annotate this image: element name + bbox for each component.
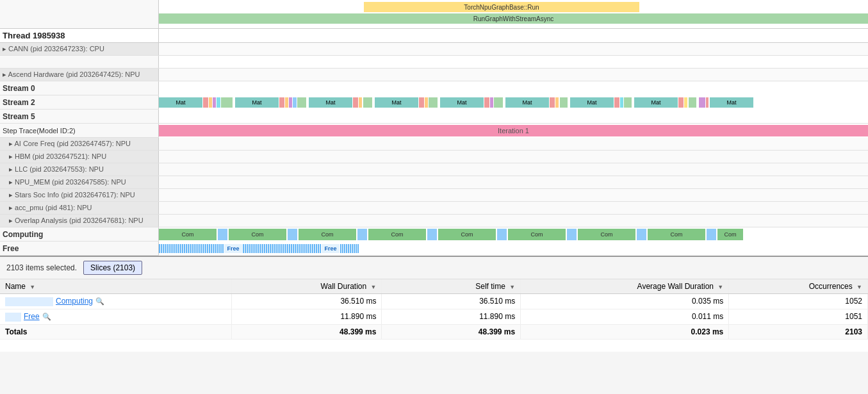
- accpmu-content: [159, 202, 868, 214]
- cann-label: ▸ CANN (pid 2032647233): CPU: [0, 43, 159, 55]
- aicore-row: ▸ AI Core Freq (pid 2032647457): NPU: [0, 138, 868, 151]
- slices-tab[interactable]: Slices (2103): [83, 261, 142, 275]
- row-avg-duration: 0.011 ms: [521, 309, 729, 324]
- row-self-time: 36.510 ms: [382, 294, 521, 309]
- bottom-panel: 2103 items selected. Slices (2103) Name …: [0, 256, 868, 352]
- totals-self: 48.399 ms: [382, 324, 521, 339]
- npumem-content: [159, 176, 868, 188]
- func-bar-rungraph: RunGraphWithStreamAsync: [159, 13, 868, 24]
- stream5-row: Stream 5: [0, 110, 868, 124]
- accpmu-row: ▸ acc_pmu (pid 481): NPU: [0, 202, 868, 215]
- row-name-link[interactable]: Computing: [56, 297, 93, 306]
- stream5-content: [159, 110, 868, 123]
- stream2-row: Stream 2 Mat Mat Mat Mat Mat: [0, 95, 868, 110]
- data-table-container: Name ▼ Wall Duration ▼ Self time ▼ Avera…: [0, 279, 868, 352]
- totals-avg: 0.023 ms: [521, 324, 729, 339]
- hbm-label: ▸ HBM (pid 2032647521): NPU: [0, 151, 159, 163]
- totals-row: Totals48.399 ms48.399 ms0.023 ms2103: [0, 324, 868, 339]
- ascend-content: [159, 69, 868, 81]
- stars-label: ▸ Stars Soc Info (pid 2032647617): NPU: [0, 189, 159, 201]
- col-self-header[interactable]: Self time ▼: [382, 279, 521, 294]
- hbm-content: [159, 151, 868, 163]
- table-row: Computing🔍36.510 ms36.510 ms0.035 ms1052: [0, 294, 868, 309]
- search-icon[interactable]: 🔍: [42, 313, 51, 320]
- col-avg-header[interactable]: Average Wall Duration ▼: [521, 279, 729, 294]
- computing-label: Computing: [0, 227, 159, 241]
- iteration-bar: Iteration 1: [159, 125, 868, 136]
- npumem-label: ▸ NPU_MEM (pid 2032647585): NPU: [0, 176, 159, 188]
- row-avg-duration: 0.035 ms: [521, 294, 729, 309]
- stream0-row: Stream 0: [0, 81, 868, 95]
- npumem-row: ▸ NPU_MEM (pid 2032647585): NPU: [0, 176, 868, 189]
- stars-content: [159, 189, 868, 201]
- thread-header-label: Thread 1985938: [0, 29, 159, 42]
- aicore-content: [159, 138, 868, 150]
- row-occurrences: 1051: [729, 309, 868, 324]
- llc-content: [159, 163, 868, 176]
- llc-label: ▸ LLC (pid 2032647553): NPU: [0, 163, 159, 176]
- row-name-link[interactable]: Free: [24, 312, 40, 321]
- totals-label: Totals: [0, 324, 231, 339]
- totals-wall: 48.399 ms: [231, 324, 382, 339]
- mat-group: Mat Mat Mat Mat Mat Mat: [159, 97, 868, 108]
- stream5-label: Stream 5: [0, 110, 159, 123]
- aicore-label: ▸ AI Core Freq (pid 2032647457): NPU: [0, 138, 159, 150]
- llc-row: ▸ LLC (pid 2032647553): NPU: [0, 163, 868, 176]
- items-selected-label: 2103 items selected.: [6, 263, 77, 272]
- steptrace-row: Step Trace(Model ID:2) Iteration 1: [0, 124, 868, 138]
- table-header-row: Name ▼ Wall Duration ▼ Self time ▼ Avera…: [0, 279, 868, 294]
- hbm-row: ▸ HBM (pid 2032647521): NPU: [0, 151, 868, 163]
- free-label: Free: [0, 242, 159, 255]
- ascend-label: ▸ Ascend Hardware (pid 2032647425): NPU: [0, 69, 159, 81]
- bottom-toolbar: 2103 items selected. Slices (2103): [0, 257, 868, 279]
- overlap-content: [159, 215, 868, 227]
- overlap-label: ▸ Overlap Analysis (pid 2032647681): NPU: [0, 215, 159, 227]
- cann-content: [159, 43, 868, 55]
- stream0-content: [159, 81, 868, 95]
- col-wall-header[interactable]: Wall Duration ▼: [231, 279, 382, 294]
- accpmu-label: ▸ acc_pmu (pid 481): NPU: [0, 202, 159, 214]
- row-occurrences: 1052: [729, 294, 868, 309]
- row-self-time: 11.890 ms: [382, 309, 521, 324]
- col-occ-header[interactable]: Occurrences ▼: [729, 279, 868, 294]
- free-content: Free: [159, 242, 868, 256]
- overlap-row: ▸ Overlap Analysis (pid 2032647681): NPU: [0, 215, 868, 227]
- row-wall-duration: 11.890 ms: [231, 309, 382, 324]
- top-content: TorchNpuGraphBase::Run RunGraphWithStrea…: [159, 0, 868, 28]
- top-bar: TorchNpuGraphBase::Run RunGraphWithStrea…: [0, 0, 868, 29]
- col-name-header[interactable]: Name ▼: [0, 279, 231, 294]
- stream2-label: Stream 2: [0, 95, 159, 109]
- table-row: Free🔍11.890 ms11.890 ms0.011 ms1051: [0, 309, 868, 324]
- thread-header-content: [159, 29, 868, 42]
- steptrace-label: Step Trace(Model ID:2): [0, 124, 159, 137]
- data-table: Name ▼ Wall Duration ▼ Self time ▼ Avera…: [0, 279, 868, 340]
- totals-occurrences: 2103: [729, 324, 868, 339]
- ascend-row: ▸ Ascend Hardware (pid 2032647425): NPU: [0, 69, 868, 81]
- free-row: Free: [0, 242, 868, 256]
- top-label: [0, 0, 159, 28]
- stars-row: ▸ Stars Soc Info (pid 2032647617): NPU: [0, 189, 868, 202]
- cann-row: ▸ CANN (pid 2032647233): CPU: [0, 43, 868, 56]
- search-icon[interactable]: 🔍: [95, 297, 104, 305]
- table-body: Computing🔍36.510 ms36.510 ms0.035 ms1052…: [0, 294, 868, 340]
- steptrace-content: Iteration 1: [159, 124, 868, 138]
- stream2-content: Mat Mat Mat Mat Mat Mat: [159, 95, 868, 110]
- stream0-label: Stream 0: [0, 81, 159, 95]
- computing-row: Computing Com Com Com Com Com Com Com Co…: [0, 227, 868, 242]
- thread-header-row: Thread 1985938: [0, 29, 868, 43]
- row-wall-duration: 36.510 ms: [231, 294, 382, 309]
- computing-content: Com Com Com Com Com Com Com Com Com: [159, 227, 868, 242]
